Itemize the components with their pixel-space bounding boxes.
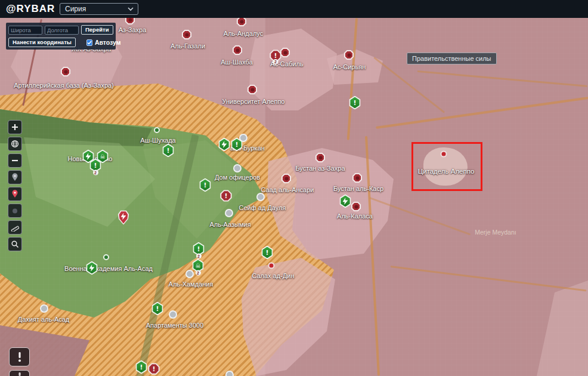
check-icon [87, 41, 92, 45]
rybar-map-app: Цитадель Алеппо Правительственные силы А… [0, 0, 588, 376]
citadel-highlight-rectangle [411, 142, 482, 191]
go-button[interactable]: Перейти [81, 25, 113, 35]
neutral-marker[interactable] [169, 310, 177, 319]
red-octagon-marker[interactable] [182, 30, 192, 40]
map-label: Бустан аз-Захра [295, 165, 345, 172]
red-strike-pin-marker[interactable] [117, 210, 130, 225]
road-diagonal [373, 57, 445, 113]
map-label: Дахият аль-Асад [18, 316, 70, 323]
map-toolbar [8, 120, 22, 251]
map-pin-red-icon [11, 190, 18, 198]
coordinates-panel: Перейти Нанести координаты Автозум [6, 23, 116, 50]
search-button[interactable] [8, 237, 22, 251]
map-label: Апартаменты 3000 [146, 322, 204, 329]
map-label: Саад аль-Ансари [261, 186, 314, 193]
red-octagon-marker[interactable] [344, 50, 354, 60]
red-octagon-marker[interactable] [280, 48, 290, 58]
autozoom-label: Автозум [95, 39, 121, 46]
red-marker-button[interactable] [8, 187, 22, 201]
region-select-value: Сирия [65, 5, 86, 13]
neutral-marker[interactable] [256, 193, 265, 201]
map-canvas[interactable]: Цитадель Алеппо Правительственные силы А… [0, 0, 588, 376]
map-label: Аль-Аазымия [209, 221, 250, 228]
map-label: Аль-Каласа [337, 212, 373, 220]
map-label: Военная академия Аль-Асад [64, 265, 153, 272]
latitude-input[interactable] [8, 26, 42, 35]
chevron-down-icon [128, 7, 134, 11]
green-alert-marker[interactable]: ! [349, 96, 361, 110]
plus-icon [11, 123, 19, 131]
map-label: Аз-Захра [119, 26, 147, 33]
neutral-marker[interactable] [225, 209, 233, 217]
measure-button[interactable] [8, 220, 22, 235]
search-icon [11, 240, 19, 248]
road-main-south [365, 136, 380, 376]
layers-button[interactable] [8, 204, 22, 218]
map-label: Сейф ад Дауля [239, 204, 286, 211]
map-pin-gray-icon [11, 173, 18, 181]
region-select[interactable]: Сирия [60, 3, 138, 15]
road-east-west [376, 97, 588, 129]
green-strike-marker[interactable] [86, 261, 98, 275]
globe-button[interactable] [8, 137, 22, 151]
red-octagon-marker[interactable] [237, 17, 247, 27]
neutral-marker[interactable] [225, 371, 234, 376]
green-strike-marker[interactable] [218, 138, 231, 152]
map-label: Артиллерийская база (Аз-Захра) [14, 82, 114, 89]
neutral-marker[interactable] [185, 270, 194, 278]
road-minor [369, 197, 471, 235]
map-label: Аль-Газали [171, 42, 205, 50]
minus-icon [11, 156, 19, 165]
neutral-marker[interactable] [233, 164, 242, 172]
alerts-button[interactable] [9, 347, 30, 366]
exclamation-icon [17, 352, 22, 362]
longitude-input[interactable] [45, 26, 79, 35]
cloud-icon [11, 207, 19, 215]
zoom-out-button[interactable] [8, 153, 22, 168]
road-main-north [347, 18, 358, 140]
map-label: Аш-Шахба [221, 58, 253, 66]
red-octagon-marker[interactable] [281, 174, 292, 184]
red-octagon-marker[interactable] [247, 85, 258, 95]
autozoom-checkbox[interactable] [86, 39, 92, 46]
green-alert-marker[interactable]: !2 [89, 159, 102, 172]
red-octagon-marker[interactable] [315, 153, 326, 163]
green-dot-marker[interactable] [103, 254, 109, 260]
red-octagon-marker[interactable] [352, 173, 363, 183]
red-alert-marker[interactable]: ! [220, 190, 232, 202]
map-label: Аль-Андалус [224, 30, 263, 37]
globe-icon [11, 140, 19, 148]
green-alert-marker[interactable]: ! [135, 360, 148, 374]
government-forces-tooltip: Правительственные силы [407, 53, 497, 64]
green-strike-marker[interactable] [339, 195, 352, 208]
exclamation-icon [17, 371, 22, 376]
rybar-logo: @RYBAR [6, 3, 55, 15]
red-octagon-marker[interactable] [61, 67, 71, 77]
road-northeast [417, 70, 587, 87]
green-alert-marker[interactable]: !2 [193, 242, 205, 256]
map-label: Ас-Сирьян [333, 63, 366, 70]
red-alert-marker[interactable]: ! [148, 363, 160, 375]
green-alert-marker[interactable]: ! [162, 144, 175, 158]
secondary-alerts-button[interactable] [9, 370, 30, 376]
road-southeast [391, 266, 587, 291]
red-dot-marker[interactable] [268, 263, 275, 269]
zoom-in-button[interactable] [8, 120, 22, 134]
red-octagon-marker[interactable] [351, 202, 361, 212]
neutral-marker[interactable] [40, 304, 48, 313]
citadel-label: Цитадель Алеппо [418, 168, 475, 175]
gray-marker-button[interactable] [8, 170, 22, 184]
green-alert-marker[interactable]: ! [261, 246, 274, 260]
map-label: Салах ад-Дин [252, 272, 294, 279]
top-bar: @RYBAR Сирия [0, 0, 588, 18]
green-dot-marker[interactable] [154, 127, 160, 133]
map-label: Дом офицеров [215, 174, 260, 181]
green-alert-marker[interactable]: ! [231, 138, 243, 152]
green-alert-marker[interactable]: ! [199, 178, 212, 192]
map-label: Аш-Шухада [140, 137, 175, 144]
red-octagon-marker[interactable] [233, 45, 243, 56]
plot-coordinates-button[interactable]: Нанести координаты [8, 38, 76, 47]
red-dot-marker[interactable] [441, 151, 447, 158]
green-alert-marker[interactable]: ! [151, 302, 164, 316]
map-label: Аль-Хамдания [169, 281, 213, 288]
